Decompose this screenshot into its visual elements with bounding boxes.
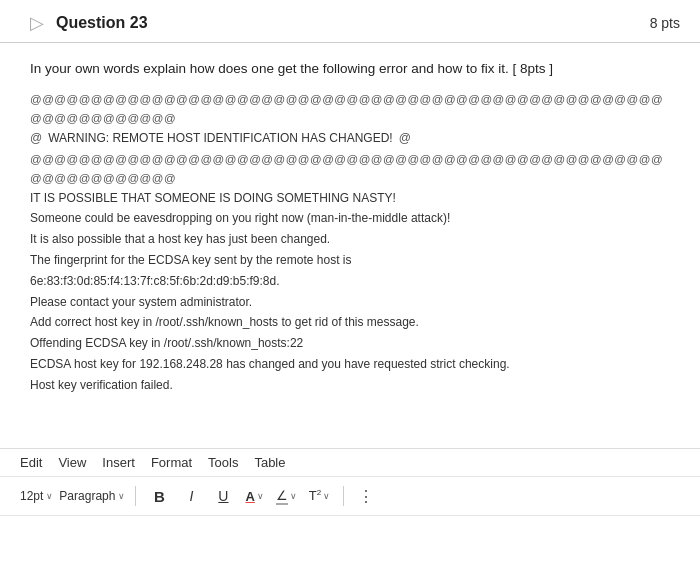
formatting-bar: 12pt ∨ Paragraph ∨ B I U A ∨ ∠ ∨ T2 ∨ (0, 477, 700, 515)
pts-label: 8 pts (650, 15, 680, 31)
error-line: Please contact your system administrator… (30, 293, 670, 313)
highlight-chevron: ∨ (290, 491, 297, 501)
writing-area[interactable] (0, 515, 700, 575)
error-line: It is also possible that a host key has … (30, 230, 670, 250)
font-color-control[interactable]: A ∨ (242, 487, 266, 506)
error-line: The fingerprint for the ECDSA key sent b… (30, 251, 670, 271)
font-size-chevron: ∨ (46, 491, 53, 501)
warning-text: WARNING: REMOTE HOST IDENTIFICATION HAS … (48, 129, 392, 149)
divider-2 (343, 486, 344, 506)
menu-bar: EditViewInsertFormatToolsTable (0, 449, 700, 477)
menu-item-format[interactable]: Format (151, 455, 192, 470)
font-size-value: 12pt (20, 489, 43, 503)
question-header: ▷ Question 23 8 pts (0, 0, 700, 43)
error-lines: IT IS POSSIBLE THAT SOMEONE IS DOING SOM… (30, 189, 670, 396)
superscript-label: T2 (309, 488, 321, 503)
paragraph-chevron: ∨ (118, 491, 125, 501)
page: ▷ Question 23 8 pts In your own words ex… (0, 0, 700, 575)
question-text: In your own words explain how does one g… (30, 61, 670, 76)
font-color-label: A (245, 489, 254, 504)
content-area: In your own words explain how does one g… (0, 43, 700, 396)
menu-item-tools[interactable]: Tools (208, 455, 238, 470)
toolbar-area: EditViewInsertFormatToolsTable 12pt ∨ Pa… (0, 448, 700, 575)
italic-button[interactable]: I (178, 483, 204, 509)
underline-button[interactable]: U (210, 483, 236, 509)
more-options-button[interactable]: ⋮ (354, 485, 378, 508)
error-line: Add correct host key in /root/.ssh/known… (30, 313, 670, 333)
error-line: Someone could be eavesdropping on you ri… (30, 209, 670, 229)
error-line: IT IS POSSIBLE THAT SOMEONE IS DOING SOM… (30, 189, 670, 209)
superscript-control[interactable]: T2 ∨ (306, 486, 333, 505)
error-line: 6e:83:f3:0d:85:f4:13:7f:c8:5f:6b:2d:d9:b… (30, 272, 670, 292)
superscript-chevron: ∨ (323, 491, 330, 501)
font-color-chevron: ∨ (257, 491, 264, 501)
divider-1 (135, 486, 136, 506)
at-signs-1: @@@@@@@@@@@@@@@@@@@@@@@@@@@@@@@@@@@@@@@@… (30, 90, 670, 128)
warning-line: @ WARNING: REMOTE HOST IDENTIFICATION HA… (30, 129, 670, 149)
font-size-select[interactable]: 12pt ∨ (20, 489, 53, 503)
at-signs-2: @@@@@@@@@@@@@@@@@@@@@@@@@@@@@@@@@@@@@@@@… (30, 150, 670, 188)
warning-at-left: @ (30, 129, 42, 149)
error-block: @@@@@@@@@@@@@@@@@@@@@@@@@@@@@@@@@@@@@@@@… (30, 90, 670, 396)
tab-indicator: ▷ (30, 12, 44, 34)
menu-item-view[interactable]: View (58, 455, 86, 470)
paragraph-label: Paragraph (59, 489, 115, 503)
question-title: Question 23 (56, 14, 148, 32)
paragraph-select[interactable]: Paragraph ∨ (59, 489, 125, 503)
highlight-label: ∠ (276, 488, 288, 505)
menu-item-insert[interactable]: Insert (102, 455, 135, 470)
menu-item-table[interactable]: Table (254, 455, 285, 470)
highlight-control[interactable]: ∠ ∨ (273, 486, 300, 507)
error-line: Offending ECDSA key in /root/.ssh/known_… (30, 334, 670, 354)
error-line: ECDSA host key for 192.168.248.28 has ch… (30, 355, 670, 375)
menu-item-edit[interactable]: Edit (20, 455, 42, 470)
error-line: Host key verification failed. (30, 376, 670, 396)
warning-at-right: @ (399, 129, 411, 149)
bold-button[interactable]: B (146, 483, 172, 509)
